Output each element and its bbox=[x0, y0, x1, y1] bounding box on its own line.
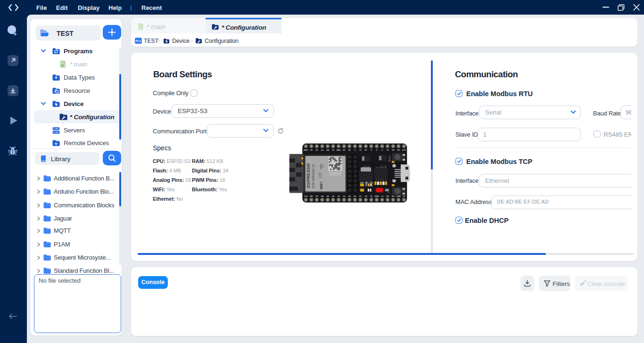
svg-text:26: 26 bbox=[354, 195, 356, 197]
svg-text:VN: VN bbox=[321, 195, 324, 197]
svg-text:ESP-WROOM-32: ESP-WROOM-32 bbox=[312, 164, 315, 188]
svg-text:15: 15 bbox=[386, 149, 388, 151]
svg-text:EN: EN bbox=[310, 195, 313, 197]
svg-text:35: 35 bbox=[332, 195, 334, 197]
svg-text:13: 13 bbox=[381, 195, 383, 197]
svg-text:17: 17 bbox=[359, 149, 361, 151]
svg-text:ESPRESSIF: ESPRESSIF bbox=[305, 163, 311, 188]
svg-text:TX: TX bbox=[321, 149, 324, 151]
svg-text:16: 16 bbox=[364, 149, 367, 151]
svg-text:GND: GND bbox=[337, 149, 341, 151]
svg-text:D0: D0 bbox=[397, 149, 400, 151]
svg-text:14: 14 bbox=[365, 195, 367, 197]
svg-text:34: 34 bbox=[327, 195, 329, 197]
svg-text:WiFi: WiFi bbox=[319, 182, 323, 189]
svg-text:23: 23 bbox=[310, 149, 312, 151]
svg-text:12: 12 bbox=[370, 195, 372, 197]
svg-text:19: 19 bbox=[343, 149, 345, 151]
svg-text:21: 21 bbox=[332, 149, 334, 151]
svg-text:VP: VP bbox=[315, 195, 318, 197]
svg-text:33: 33 bbox=[343, 195, 345, 197]
svg-text:CLK: CLK bbox=[402, 149, 406, 151]
svg-text:5V: 5V bbox=[403, 195, 405, 197]
svg-text:CMD: CMD bbox=[396, 195, 401, 197]
svg-text:27: 27 bbox=[359, 195, 362, 197]
svg-text:32: 32 bbox=[338, 195, 340, 197]
svg-text:GND: GND bbox=[304, 149, 308, 151]
svg-text:D3: D3 bbox=[392, 195, 395, 197]
svg-text:D1: D1 bbox=[391, 149, 394, 151]
svg-text:Boot: Boot bbox=[388, 155, 391, 162]
svg-text:GND: GND bbox=[374, 195, 379, 197]
svg-text:RX: RX bbox=[326, 149, 329, 151]
svg-text:25: 25 bbox=[348, 195, 351, 197]
svg-text:22: 22 bbox=[315, 149, 318, 151]
svg-text:CE: CE bbox=[318, 172, 322, 178]
svg-text:18: 18 bbox=[348, 149, 350, 151]
svg-text:D2: D2 bbox=[387, 195, 389, 197]
svg-text:3V3: 3V3 bbox=[304, 195, 308, 197]
